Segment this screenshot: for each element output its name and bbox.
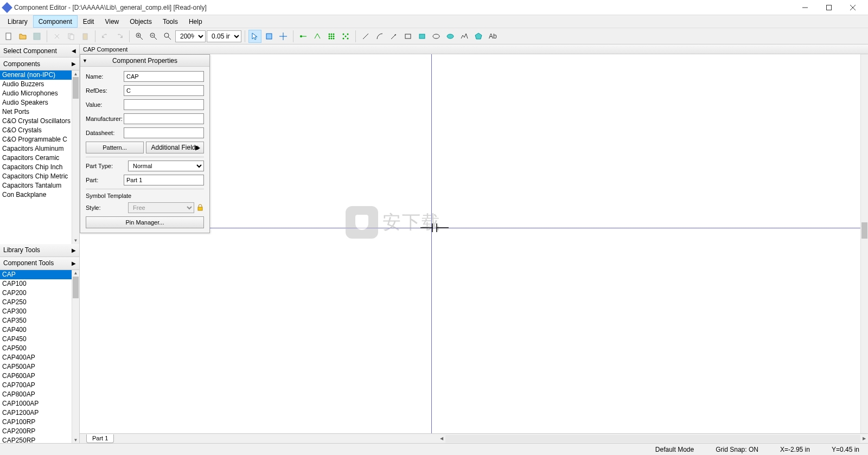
canvas-hscroll[interactable]: ◀▶ [438,434,868,443]
part-tab[interactable]: Part 1 [86,434,114,443]
redo-icon[interactable] [113,30,126,43]
part-type-select[interactable]: Normal [128,161,204,171]
select-component-header[interactable]: Select Component ◀ [0,44,79,57]
library-tools-label: Library Tools [3,246,40,254]
group-item[interactable]: Capacitors Tantalum [0,181,72,190]
group-item[interactable]: C&O Programmable C [0,135,72,144]
properties-header[interactable]: ▼ Component Properties [80,55,209,67]
array-tool-icon[interactable] [325,30,338,43]
window-title: Component Editor - [D:\AAAAA\Lib\_genera… [14,4,793,11]
additional-fields-button[interactable]: Additional Fields▶ [146,142,204,153]
component-item[interactable]: CAP200 [0,289,72,298]
close-button[interactable] [841,0,865,15]
array2-tool-icon[interactable] [339,30,352,43]
component-item[interactable]: CAP100RP [0,418,72,427]
group-item[interactable]: Net Ports [0,107,72,117]
menu-objects[interactable]: Objects [124,15,157,28]
zoom-combo[interactable]: 200% [175,30,206,42]
component-item[interactable]: CAP500AP [0,362,72,371]
bus-tool-icon[interactable] [311,30,324,43]
component-item[interactable]: CAP200RP [0,427,72,436]
name-field[interactable] [124,71,204,82]
maximize-button[interactable] [817,0,841,15]
group-item[interactable]: Audio Microphones [0,89,72,98]
value-field[interactable] [124,99,204,110]
menu-help[interactable]: Help [183,15,208,28]
open-icon[interactable] [16,30,29,43]
group-item[interactable]: General (non-IPC) [0,71,72,80]
component-item[interactable]: CAP700AP [0,381,72,390]
chevron-left-icon: ◀ [72,48,76,54]
new-icon[interactable] [2,30,15,43]
component-item[interactable]: CAP250RP [0,436,72,444]
pan-tool-icon[interactable] [263,30,276,43]
save-icon[interactable] [30,30,43,43]
ellipse-fill-tool-icon[interactable] [444,30,457,43]
zoom-in-icon[interactable] [133,30,146,43]
menu-edit[interactable]: Edit [78,15,100,28]
paste-icon[interactable] [79,30,92,43]
component-item[interactable]: CAP100 [0,279,72,289]
menu-library[interactable]: Library [2,15,33,28]
component-item[interactable]: CAP500 [0,344,72,353]
polyline-tool-icon[interactable] [458,30,471,43]
zoom-out-icon[interactable] [147,30,160,43]
component-item[interactable]: CAP1200AP [0,408,72,418]
group-item[interactable]: Capacitors Chip Inch [0,163,72,172]
components-header[interactable]: Components ▶ [0,57,79,71]
part-label: Part: [86,177,124,183]
minimize-button[interactable] [793,0,817,15]
part-field[interactable] [124,175,204,185]
component-item[interactable]: CAP350 [0,316,72,325]
ellipse-tool-icon[interactable] [430,30,443,43]
undo-icon[interactable] [99,30,112,43]
component-item[interactable]: CAP250 [0,298,72,307]
rect-tool-icon[interactable] [401,30,414,43]
canvas-vscroll[interactable] [860,54,868,433]
component-item[interactable]: CAP400AP [0,353,72,362]
zoom-fit-icon[interactable] [161,30,174,43]
group-item[interactable]: Capacitors Ceramic [0,153,72,163]
menu-tools[interactable]: Tools [157,15,183,28]
line-tool-icon[interactable] [359,30,372,43]
copy-icon[interactable] [65,30,78,43]
rect-fill-tool-icon[interactable] [416,30,429,43]
polygon-tool-icon[interactable] [472,30,485,43]
pattern-button[interactable]: Pattern... [86,142,144,153]
component-tools-header[interactable]: Component Tools ▶ [0,257,79,270]
datasheet-field[interactable] [124,127,204,138]
scrollbar[interactable]: ▲▼ [72,71,79,244]
scrollbar[interactable]: ▲▼ [72,270,79,444]
arc-tool-icon[interactable] [373,30,386,43]
sidebar: Select Component ◀ Components ▶ General … [0,44,80,443]
component-item[interactable]: CAP300 [0,307,72,316]
component-item[interactable]: CAP800AP [0,390,72,399]
group-item[interactable]: Audio Speakers [0,98,72,107]
text-tool-icon[interactable]: Abc [486,30,499,43]
menu-view[interactable]: View [99,15,124,28]
component-item[interactable]: CAP400 [0,325,72,335]
select-tool-icon[interactable] [248,30,261,43]
component-item[interactable]: CAP1000AP [0,399,72,408]
manufacturer-field[interactable] [124,113,204,124]
grid-combo[interactable]: 0.05 in [207,30,241,42]
canvas[interactable]: 安下载 ▼ Component Properties Name: RefDes:… [80,54,868,433]
component-item[interactable]: CAP450 [0,335,72,344]
library-tools-header[interactable]: Library Tools ▶ [0,244,79,257]
group-item[interactable]: C&O Crystal Oscillators [0,117,72,126]
cut-icon[interactable] [50,30,63,43]
component-item[interactable]: CAP600AP [0,371,72,381]
collapse-icon[interactable]: ▼ [82,58,87,63]
group-item[interactable]: Capacitors Aluminum [0,144,72,153]
refdes-field[interactable] [124,85,204,96]
menu-component[interactable]: Component [33,15,78,28]
pin-manager-button[interactable]: Pin Manager... [86,216,204,228]
component-item[interactable]: CAP [0,270,72,279]
origin-tool-icon[interactable] [277,30,290,43]
group-item[interactable]: C&O Crystals [0,126,72,135]
group-item[interactable]: Audio Buzzers [0,80,72,89]
group-item[interactable]: Con Backplane [0,190,72,200]
group-item[interactable]: Capacitors Chip Metric [0,172,72,181]
pin-tool-icon[interactable] [297,30,310,43]
arrow-tool-icon[interactable] [387,30,400,43]
